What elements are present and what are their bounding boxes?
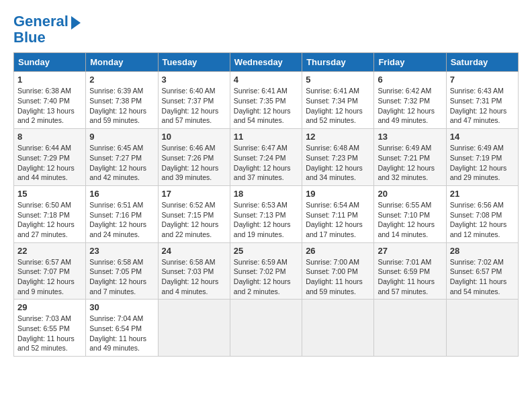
calendar-cell: 16 Sunrise: 6:51 AMSunset: 7:16 PMDaylig… [86, 185, 158, 242]
calendar-week-row: 8 Sunrise: 6:44 AMSunset: 7:29 PMDayligh… [14, 129, 519, 186]
calendar-cell: 11 Sunrise: 6:47 AMSunset: 7:24 PMDaylig… [230, 129, 302, 186]
day-number: 12 [306, 132, 370, 142]
day-number: 1 [17, 75, 82, 85]
day-info: Sunrise: 6:54 AMSunset: 7:11 PMDaylight:… [306, 200, 370, 240]
weekday-header-friday: Friday [374, 53, 446, 72]
calendar-cell: 5 Sunrise: 6:41 AMSunset: 7:34 PMDayligh… [302, 72, 374, 129]
weekday-header-monday: Monday [86, 53, 158, 72]
weekday-header-saturday: Saturday [446, 53, 518, 72]
day-number: 5 [306, 75, 370, 85]
calendar-cell: 30 Sunrise: 7:04 AMSunset: 6:54 PMDaylig… [86, 300, 158, 357]
day-info: Sunrise: 6:39 AMSunset: 7:38 PMDaylight:… [89, 86, 154, 126]
day-number: 15 [17, 189, 82, 199]
day-info: Sunrise: 6:58 AMSunset: 7:05 PMDaylight:… [89, 257, 154, 297]
calendar-cell: 12 Sunrise: 6:48 AMSunset: 7:23 PMDaylig… [302, 129, 374, 186]
calendar-cell: 4 Sunrise: 6:41 AMSunset: 7:35 PMDayligh… [230, 72, 302, 129]
day-number: 4 [234, 75, 298, 85]
calendar-cell: 9 Sunrise: 6:45 AMSunset: 7:27 PMDayligh… [86, 129, 158, 186]
logo-arrow-icon [71, 16, 81, 30]
calendar-cell: 25 Sunrise: 6:59 AMSunset: 7:02 PMDaylig… [230, 242, 302, 300]
calendar-cell: 7 Sunrise: 6:43 AMSunset: 7:31 PMDayligh… [446, 72, 518, 129]
day-info: Sunrise: 7:02 AMSunset: 6:57 PMDaylight:… [450, 257, 515, 297]
day-number: 27 [378, 246, 442, 256]
calendar-cell: 8 Sunrise: 6:44 AMSunset: 7:29 PMDayligh… [14, 129, 86, 186]
calendar-cell: 24 Sunrise: 6:58 AMSunset: 7:03 PMDaylig… [158, 242, 230, 300]
calendar-cell: 14 Sunrise: 6:49 AMSunset: 7:19 PMDaylig… [446, 129, 518, 186]
day-number: 20 [378, 189, 442, 199]
day-info: Sunrise: 6:59 AMSunset: 7:02 PMDaylight:… [234, 257, 298, 297]
day-number: 2 [89, 75, 154, 85]
calendar-cell [230, 300, 302, 357]
calendar-cell: 17 Sunrise: 6:52 AMSunset: 7:15 PMDaylig… [158, 185, 230, 242]
calendar-week-row: 29 Sunrise: 7:03 AMSunset: 6:55 PMDaylig… [14, 300, 519, 357]
calendar-cell: 3 Sunrise: 6:40 AMSunset: 7:37 PMDayligh… [158, 72, 230, 129]
weekday-header-wednesday: Wednesday [230, 53, 302, 72]
calendar-table: SundayMondayTuesdayWednesdayThursdayFrid… [13, 52, 519, 357]
day-number: 11 [234, 132, 298, 142]
day-info: Sunrise: 7:03 AMSunset: 6:55 PMDaylight:… [17, 314, 82, 353]
day-number: 16 [89, 189, 154, 199]
calendar-cell: 21 Sunrise: 6:56 AMSunset: 7:08 PMDaylig… [446, 185, 518, 242]
day-number: 6 [378, 75, 442, 85]
day-number: 29 [17, 302, 82, 312]
calendar-cell: 13 Sunrise: 6:49 AMSunset: 7:21 PMDaylig… [374, 129, 446, 186]
day-info: Sunrise: 6:50 AMSunset: 7:18 PMDaylight:… [17, 200, 82, 240]
calendar-cell: 2 Sunrise: 6:39 AMSunset: 7:38 PMDayligh… [86, 72, 158, 129]
day-info: Sunrise: 6:53 AMSunset: 7:13 PMDaylight:… [234, 200, 298, 240]
weekday-header-tuesday: Tuesday [158, 53, 230, 72]
day-info: Sunrise: 6:43 AMSunset: 7:31 PMDaylight:… [450, 86, 515, 126]
weekday-header-sunday: Sunday [14, 53, 86, 72]
calendar-cell [302, 300, 374, 357]
day-number: 23 [89, 246, 154, 256]
calendar-week-row: 22 Sunrise: 6:57 AMSunset: 7:07 PMDaylig… [14, 242, 519, 300]
calendar-week-row: 15 Sunrise: 6:50 AMSunset: 7:18 PMDaylig… [14, 185, 519, 242]
calendar-cell: 10 Sunrise: 6:46 AMSunset: 7:26 PMDaylig… [158, 129, 230, 186]
day-number: 30 [89, 302, 154, 312]
day-info: Sunrise: 6:52 AMSunset: 7:15 PMDaylight:… [162, 200, 226, 240]
day-number: 22 [17, 246, 82, 256]
calendar-cell: 29 Sunrise: 7:03 AMSunset: 6:55 PMDaylig… [14, 300, 86, 357]
day-info: Sunrise: 6:51 AMSunset: 7:16 PMDaylight:… [89, 200, 154, 240]
day-number: 18 [234, 189, 298, 199]
day-info: Sunrise: 6:46 AMSunset: 7:26 PMDaylight:… [162, 143, 226, 183]
page-header: General Blue [13, 13, 519, 46]
day-info: Sunrise: 6:38 AMSunset: 7:40 PMDaylight:… [17, 86, 82, 126]
weekday-header-row: SundayMondayTuesdayWednesdayThursdayFrid… [14, 53, 519, 72]
logo: General Blue [13, 13, 81, 46]
day-number: 3 [162, 75, 226, 85]
calendar-cell: 26 Sunrise: 7:00 AMSunset: 7:00 PMDaylig… [302, 242, 374, 300]
day-number: 25 [234, 246, 298, 256]
day-number: 8 [17, 132, 82, 142]
calendar-cell [446, 300, 518, 357]
calendar-cell: 1 Sunrise: 6:38 AMSunset: 7:40 PMDayligh… [14, 72, 86, 129]
calendar-cell [374, 300, 446, 357]
calendar-cell: 28 Sunrise: 7:02 AMSunset: 6:57 PMDaylig… [446, 242, 518, 300]
calendar-cell: 23 Sunrise: 6:58 AMSunset: 7:05 PMDaylig… [86, 242, 158, 300]
calendar-cell: 27 Sunrise: 7:01 AMSunset: 6:59 PMDaylig… [374, 242, 446, 300]
calendar-cell: 22 Sunrise: 6:57 AMSunset: 7:07 PMDaylig… [14, 242, 86, 300]
weekday-header-thursday: Thursday [302, 53, 374, 72]
logo-text-blue: Blue [13, 30, 81, 46]
calendar-week-row: 1 Sunrise: 6:38 AMSunset: 7:40 PMDayligh… [14, 72, 519, 129]
day-number: 7 [450, 75, 515, 85]
logo-text: General [13, 13, 69, 30]
calendar-cell: 20 Sunrise: 6:55 AMSunset: 7:10 PMDaylig… [374, 185, 446, 242]
day-number: 9 [89, 132, 154, 142]
day-number: 13 [378, 132, 442, 142]
day-info: Sunrise: 6:55 AMSunset: 7:10 PMDaylight:… [378, 200, 442, 240]
day-number: 26 [306, 246, 370, 256]
calendar-cell [158, 300, 230, 357]
day-number: 17 [162, 189, 226, 199]
day-info: Sunrise: 7:00 AMSunset: 7:00 PMDaylight:… [306, 257, 370, 297]
calendar-cell: 15 Sunrise: 6:50 AMSunset: 7:18 PMDaylig… [14, 185, 86, 242]
day-info: Sunrise: 6:42 AMSunset: 7:32 PMDaylight:… [378, 86, 442, 126]
day-number: 28 [450, 246, 515, 256]
day-number: 14 [450, 132, 515, 142]
day-info: Sunrise: 6:57 AMSunset: 7:07 PMDaylight:… [17, 257, 82, 297]
day-number: 21 [450, 189, 515, 199]
day-info: Sunrise: 6:58 AMSunset: 7:03 PMDaylight:… [162, 257, 226, 297]
day-info: Sunrise: 6:41 AMSunset: 7:35 PMDaylight:… [234, 86, 298, 126]
day-info: Sunrise: 6:40 AMSunset: 7:37 PMDaylight:… [162, 86, 226, 126]
day-info: Sunrise: 6:44 AMSunset: 7:29 PMDaylight:… [17, 143, 82, 183]
day-info: Sunrise: 6:41 AMSunset: 7:34 PMDaylight:… [306, 86, 370, 126]
